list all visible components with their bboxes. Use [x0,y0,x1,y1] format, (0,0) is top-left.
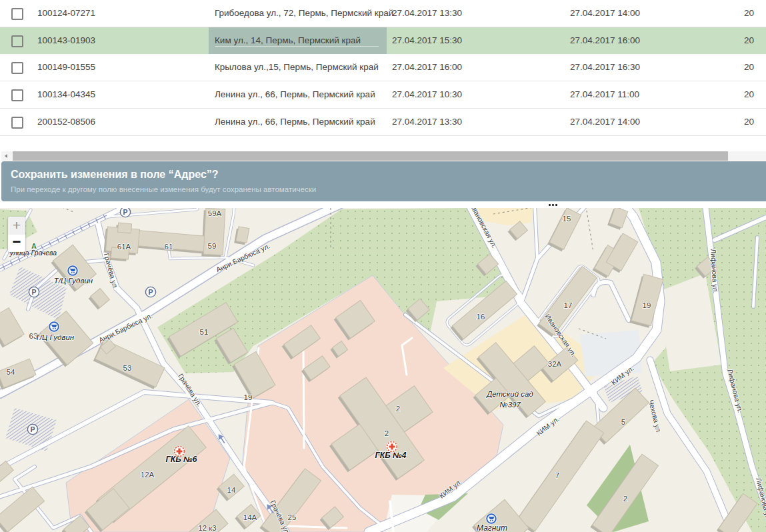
svg-text:Т/Ц Гудвин: Т/Ц Гудвин [54,277,93,285]
svg-text:А: А [31,242,37,250]
svg-text:61: 61 [165,243,173,251]
svg-text:7: 7 [555,471,559,479]
svg-text:53: 53 [123,364,132,372]
svg-text:14: 14 [227,486,236,494]
svg-text:15: 15 [563,215,571,223]
svg-text:19: 19 [244,393,253,401]
svg-text:2: 2 [396,405,400,413]
svg-text:Детский сад: Детский сад [485,390,533,398]
svg-text:Р: Р [31,288,36,296]
svg-text:17: 17 [564,301,573,309]
svg-text:14А: 14А [243,513,257,521]
svg-text:Р: Р [123,208,127,216]
svg-text:19: 19 [643,301,651,309]
svg-text:12 к3: 12 к3 [198,524,216,532]
svg-text:2: 2 [385,429,389,437]
svg-text:59А: 59А [208,209,222,217]
svg-text:Р: Р [148,288,153,296]
svg-text:61А: 61А [117,243,131,251]
svg-text:5: 5 [621,418,625,426]
svg-text:54: 54 [7,368,15,376]
svg-text:25: 25 [288,513,297,521]
svg-text:32А: 32А [548,360,562,368]
svg-text:№397: №397 [499,401,521,409]
svg-text:Т/Ц Гудвин: Т/Ц Гудвин [35,333,75,341]
svg-text:12А: 12А [141,471,155,479]
svg-text:51: 51 [200,328,209,336]
svg-text:16: 16 [477,313,485,321]
svg-text:Р: Р [30,425,35,433]
svg-text:2: 2 [623,495,627,503]
svg-text:Магнит: Магнит [477,523,507,532]
svg-text:59: 59 [208,242,217,250]
